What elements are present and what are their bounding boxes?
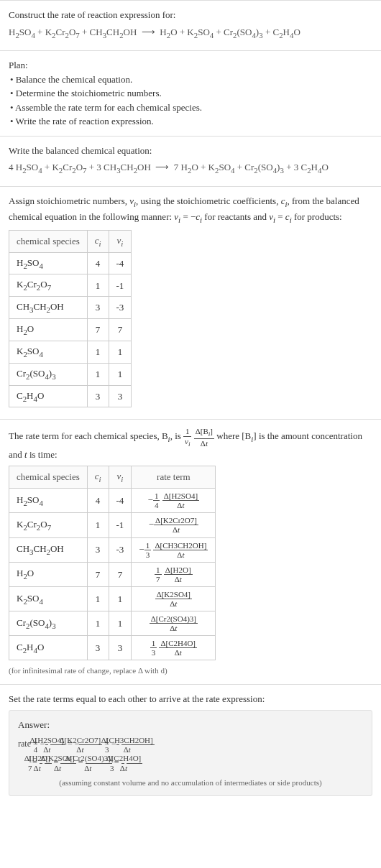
cell-species: Cr2(SO4)3 bbox=[9, 611, 88, 636]
cell-species: CH3CH2OH bbox=[9, 537, 88, 562]
cell-vi: 1 bbox=[109, 363, 132, 385]
col-vi: νi bbox=[109, 466, 132, 489]
stoich-section: Assign stoichiometric numbers, νi, using… bbox=[0, 186, 381, 419]
col-ci: ci bbox=[87, 230, 109, 252]
assumption-note: (assuming constant volume and no accumul… bbox=[18, 777, 363, 789]
table-row: H2O7717 Δ[H2O]Δt bbox=[9, 562, 216, 586]
final-heading: Set the rate terms equal to each other t… bbox=[9, 692, 372, 706]
cell-species: H2SO4 bbox=[9, 489, 88, 513]
plan-item: • Determine the stoichiometric numbers. bbox=[10, 86, 372, 101]
table-row: Cr2(SO4)311Δ[Cr2(SO4)3]Δt bbox=[9, 611, 216, 636]
table-row: C2H4O3313 Δ[C2H4O]Δt bbox=[9, 636, 216, 660]
rateterms-intro: The rate term for each chemical species,… bbox=[9, 427, 372, 461]
balanced-heading: Write the balanced chemical equation: bbox=[9, 144, 372, 158]
stoich-tbody: H2SO44-4K2Cr2O71-1CH3CH2OH3-3H2O77K2SO41… bbox=[9, 252, 132, 407]
cell-ci: 4 bbox=[87, 489, 109, 513]
cell-species: CH3CH2OH bbox=[9, 297, 88, 319]
cell-ci: 3 bbox=[87, 636, 109, 660]
table-row: K2SO411 bbox=[9, 341, 132, 363]
col-rateterm: rate term bbox=[132, 466, 216, 489]
col-species: chemical species bbox=[9, 466, 88, 489]
rate-expression-line1: rate = −14 Δ[H2SO4]Δt = −Δ[K2Cr2O7]Δt = … bbox=[18, 735, 363, 754]
answer-box: Answer: rate = −14 Δ[H2SO4]Δt = −Δ[K2Cr2… bbox=[9, 710, 372, 796]
cell-vi: 1 bbox=[109, 586, 132, 611]
final-section: Set the rate terms equal to each other t… bbox=[0, 684, 381, 803]
cell-vi: -4 bbox=[109, 489, 132, 513]
cell-vi: -3 bbox=[109, 537, 132, 562]
cell-vi: 7 bbox=[109, 562, 132, 586]
rate-expression-line2: = 17 Δ[H2O]Δt = Δ[K2SO4]Δt = Δ[Cr2(SO4)3… bbox=[18, 754, 363, 772]
cell-vi: 3 bbox=[109, 385, 132, 407]
col-ci: ci bbox=[87, 466, 109, 489]
cell-species: C2H4O bbox=[9, 636, 88, 660]
cell-vi: -3 bbox=[109, 297, 132, 319]
cell-ci: 1 bbox=[87, 513, 109, 537]
cell-ci: 4 bbox=[87, 252, 109, 274]
balanced-equation: 4 H2SO4 + K2Cr2O7 + 3 CH3CH2OH ⟶ 7 H2O +… bbox=[9, 157, 372, 179]
table-row: CH3CH2OH3-3−13 Δ[CH3CH2OH]Δt bbox=[9, 537, 216, 562]
col-species: chemical species bbox=[9, 230, 88, 252]
cell-ci: 3 bbox=[87, 297, 109, 319]
rateterms-section: The rate term for each chemical species,… bbox=[0, 419, 381, 684]
cell-vi: 1 bbox=[109, 611, 132, 636]
table-row: Cr2(SO4)311 bbox=[9, 363, 132, 385]
cell-ci: 1 bbox=[87, 274, 109, 297]
cell-vi: -4 bbox=[109, 252, 132, 274]
cell-species: K2Cr2O7 bbox=[9, 274, 88, 297]
cell-rateterm: 17 Δ[H2O]Δt bbox=[132, 562, 216, 586]
cell-species: K2SO4 bbox=[9, 341, 88, 363]
stoich-table: chemical species ci νi H2SO44-4K2Cr2O71-… bbox=[9, 230, 132, 408]
table-row: K2Cr2O71-1−Δ[K2Cr2O7]Δt bbox=[9, 513, 216, 537]
table-row: H2O77 bbox=[9, 319, 132, 341]
table-header-row: chemical species ci νi bbox=[9, 230, 132, 252]
cell-rateterm: Δ[Cr2(SO4)3]Δt bbox=[132, 611, 216, 636]
stoich-intro: Assign stoichiometric numbers, νi, using… bbox=[9, 194, 372, 226]
cell-ci: 1 bbox=[87, 611, 109, 636]
cell-species: H2O bbox=[9, 319, 88, 341]
cell-ci: 3 bbox=[87, 537, 109, 562]
table-row: CH3CH2OH3-3 bbox=[9, 297, 132, 319]
rateterms-tbody: H2SO44-4−14 Δ[H2SO4]ΔtK2Cr2O71-1−Δ[K2Cr2… bbox=[9, 489, 216, 660]
rateterms-note: (for infinitesimal rate of change, repla… bbox=[9, 665, 372, 677]
cell-rateterm: −14 Δ[H2SO4]Δt bbox=[132, 489, 216, 513]
table-row: K2Cr2O71-1 bbox=[9, 274, 132, 297]
cell-species: K2Cr2O7 bbox=[9, 513, 88, 537]
cell-species: H2O bbox=[9, 562, 88, 586]
intro-section: Construct the rate of reaction expressio… bbox=[0, 0, 381, 50]
cell-ci: 1 bbox=[87, 341, 109, 363]
table-header-row: chemical species ci νi rate term bbox=[9, 466, 216, 489]
cell-ci: 1 bbox=[87, 363, 109, 385]
cell-ci: 7 bbox=[87, 562, 109, 586]
cell-rateterm: Δ[K2SO4]Δt bbox=[132, 586, 216, 611]
cell-rateterm: 13 Δ[C2H4O]Δt bbox=[132, 636, 216, 660]
balanced-section: Write the balanced chemical equation: 4 … bbox=[0, 136, 381, 186]
table-row: H2SO44-4−14 Δ[H2SO4]Δt bbox=[9, 489, 216, 513]
rateterms-table: chemical species ci νi rate term H2SO44-… bbox=[9, 466, 216, 660]
plan-heading: Plan: bbox=[9, 58, 372, 73]
cell-ci: 3 bbox=[87, 385, 109, 407]
cell-rateterm: −Δ[K2Cr2O7]Δt bbox=[132, 513, 216, 537]
cell-vi: 1 bbox=[109, 341, 132, 363]
plan-item: • Balance the chemical equation. bbox=[10, 73, 372, 87]
table-row: K2SO411Δ[K2SO4]Δt bbox=[9, 586, 216, 611]
cell-vi: -1 bbox=[109, 513, 132, 537]
cell-species: Cr2(SO4)3 bbox=[9, 363, 88, 385]
cell-vi: 7 bbox=[109, 319, 132, 341]
cell-vi: 3 bbox=[109, 636, 132, 660]
cell-vi: -1 bbox=[109, 274, 132, 297]
cell-rateterm: −13 Δ[CH3CH2OH]Δt bbox=[132, 537, 216, 562]
table-row: H2SO44-4 bbox=[9, 252, 132, 274]
plan-list: • Balance the chemical equation. • Deter… bbox=[9, 73, 372, 129]
cell-ci: 7 bbox=[87, 319, 109, 341]
intro-prompt: Construct the rate of reaction expressio… bbox=[9, 8, 372, 22]
table-row: C2H4O33 bbox=[9, 385, 132, 407]
plan-item: • Assemble the rate term for each chemic… bbox=[10, 101, 372, 115]
cell-species: K2SO4 bbox=[9, 586, 88, 611]
plan-item: • Write the rate of reaction expression. bbox=[10, 114, 372, 129]
cell-species: C2H4O bbox=[9, 385, 88, 407]
cell-species: H2SO4 bbox=[9, 252, 88, 274]
cell-ci: 1 bbox=[87, 586, 109, 611]
plan-section: Plan: • Balance the chemical equation. •… bbox=[0, 50, 381, 136]
unbalanced-equation: H2SO4 + K2Cr2O7 + CH3CH2OH ⟶ H2O + K2SO4… bbox=[9, 22, 372, 44]
answer-label: Answer: bbox=[18, 718, 363, 732]
